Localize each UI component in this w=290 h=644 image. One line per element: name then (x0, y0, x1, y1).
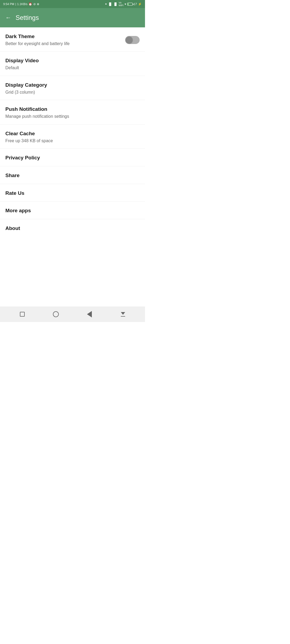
display-video-title: Display Video (5, 57, 140, 64)
share-title: Share (5, 172, 140, 179)
nav-home-button[interactable] (49, 309, 63, 320)
status-network-speed: 1.1KB/s (17, 2, 28, 6)
settings-item-display-category-text: Display Category Grid (3 column) (5, 82, 140, 95)
push-notification-title: Push Notification (5, 106, 140, 113)
settings-list: Dark Theme Better for eyesight and batte… (0, 27, 145, 237)
clear-cache-title: Clear Cache (5, 130, 140, 137)
nav-back-button[interactable] (83, 309, 96, 320)
home-icon (53, 311, 59, 317)
settings-item-dark-theme[interactable]: Dark Theme Better for eyesight and batte… (0, 27, 145, 52)
vo-wifi-label: VoWiFi (119, 1, 124, 7)
nav-menu-button[interactable] (116, 309, 130, 320)
display-category-subtitle: Grid (3 column) (5, 90, 140, 95)
status-bar-right: ✦ ▐▌ ▐▌ VoWiFi ▾ 17 ⚡ (105, 1, 142, 7)
status-bar-left: 9:54 PM | 1.1KB/s ⏰ ⊘ ⊕ (3, 2, 39, 6)
status-bar: 9:54 PM | 1.1KB/s ⏰ ⊘ ⊕ ✦ ▐▌ ▐▌ VoWiFi ▾… (0, 0, 145, 8)
display-video-subtitle: Default (5, 65, 140, 71)
dark-theme-subtitle: Better for eyesight and battery life (5, 41, 125, 47)
back-icon (87, 311, 92, 317)
nav-bar (0, 306, 145, 322)
settings-item-about[interactable]: About (0, 219, 145, 237)
back-button[interactable]: ← (5, 14, 11, 21)
toggle-track (125, 36, 140, 44)
page-wrapper: 9:54 PM | 1.1KB/s ⏰ ⊘ ⊕ ✦ ▐▌ ▐▌ VoWiFi ▾… (0, 0, 145, 322)
settings-item-share[interactable]: Share (0, 166, 145, 184)
settings-item-rate-us[interactable]: Rate Us (0, 184, 145, 202)
nav-recents-button[interactable] (16, 309, 29, 320)
settings-item-share-text: Share (5, 172, 140, 179)
settings-item-clear-cache[interactable]: Clear Cache Free up 348 KB of space (0, 125, 145, 149)
more-apps-title: More apps (5, 207, 140, 214)
settings-item-push-notification[interactable]: Push Notification Manage push notificati… (0, 100, 145, 124)
settings-item-dark-theme-text: Dark Theme Better for eyesight and batte… (5, 33, 125, 46)
recents-icon (20, 312, 25, 317)
settings-item-privacy-policy-text: Privacy Policy (5, 155, 140, 161)
settings-item-clear-cache-text: Clear Cache Free up 348 KB of space (5, 130, 140, 144)
menu-icon (121, 312, 125, 317)
toggle-thumb (126, 36, 133, 43)
alarm-icon: ⏰ (28, 2, 32, 6)
dark-theme-toggle[interactable] (125, 36, 140, 44)
settings-item-display-category[interactable]: Display Category Grid (3 column) (0, 76, 145, 100)
settings-item-privacy-policy[interactable]: Privacy Policy (0, 149, 145, 166)
privacy-policy-title: Privacy Policy (5, 155, 140, 161)
display-category-title: Display Category (5, 82, 140, 89)
signal-bars-1: ▐▌ (108, 2, 113, 6)
settings-item-more-apps[interactable]: More apps (0, 202, 145, 219)
sim-icon: ⊘ (33, 2, 36, 6)
settings-item-about-text: About (5, 225, 140, 232)
signal-bars-2: ▐▌ (113, 2, 118, 6)
status-time: 9:54 PM (3, 2, 14, 6)
about-title: About (5, 225, 140, 232)
clear-cache-subtitle: Free up 348 KB of space (5, 138, 140, 144)
vpn-icon: ⊕ (37, 2, 39, 6)
battery-percent: 17 (134, 2, 137, 6)
dark-theme-title: Dark Theme (5, 33, 125, 40)
settings-item-rate-us-text: Rate Us (5, 190, 140, 197)
settings-item-more-apps-text: More apps (5, 207, 140, 214)
settings-item-display-video-text: Display Video Default (5, 57, 140, 71)
app-bar: ← Settings (0, 8, 145, 27)
charging-icon: ⚡ (138, 2, 142, 6)
rate-us-title: Rate Us (5, 190, 140, 197)
bluetooth-icon: ✦ (105, 2, 107, 6)
status-separator: | (15, 2, 16, 6)
settings-item-display-video[interactable]: Display Video Default (0, 52, 145, 76)
page-title: Settings (16, 14, 39, 21)
battery-icon (127, 2, 133, 6)
push-notification-subtitle: Manage push notification settings (5, 114, 140, 119)
wifi-icon: ▾ (125, 2, 126, 6)
settings-item-push-notification-text: Push Notification Manage push notificati… (5, 106, 140, 119)
